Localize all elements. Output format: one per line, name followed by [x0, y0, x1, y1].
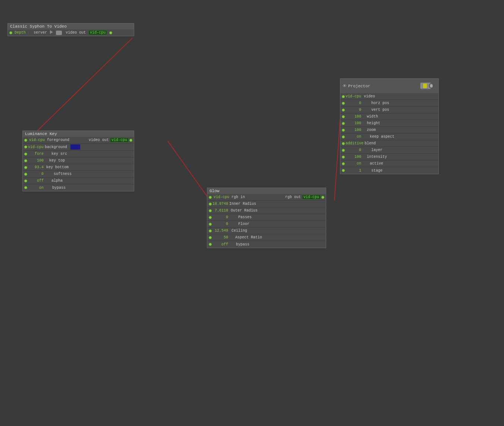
depth-port-dot[interactable] [9, 31, 12, 34]
syphon-out-port[interactable] [109, 31, 112, 34]
proj-vert-value: 0 [346, 108, 362, 112]
syphon-node: Classic Syphon To Video Depth :: server … [7, 23, 134, 36]
proj-height-dot[interactable] [342, 122, 345, 125]
camera-icon [56, 31, 62, 35]
glow-bypass-value: off [212, 242, 229, 247]
glow-rgb-out-container: rgb out vid-cpu [285, 195, 324, 200]
proj-stage-label: stage [371, 169, 382, 173]
svg-point-7 [422, 88, 423, 90]
proj-stage-dot[interactable] [342, 169, 345, 172]
server-label: server [34, 31, 47, 35]
glow-inner-radius-label: Inner Radius [229, 202, 256, 206]
glow-ceiling-dot[interactable] [209, 229, 212, 232]
proj-active-dot[interactable] [342, 162, 345, 165]
proj-blend-dot[interactable] [342, 142, 345, 145]
proj-blend-row: additive blend [340, 140, 438, 147]
proj-layer-dot[interactable] [342, 149, 345, 152]
lk-100-1-value: 100 [28, 159, 45, 163]
proj-width-dot[interactable] [342, 115, 345, 118]
proj-keep-aspect-dot[interactable] [342, 135, 345, 138]
play-button[interactable] [50, 30, 53, 35]
glow-vid-cpu-value: vid-cpu [214, 195, 230, 199]
glow-inner-radius-row: 18.9748 Inner Radius [207, 201, 326, 207]
proj-video-label: video [364, 94, 375, 98]
glow-vid-cpu-dot[interactable] [209, 196, 212, 199]
proj-layer-row: 0 layer [340, 147, 438, 154]
lk-on-value: on [28, 186, 45, 190]
glow-passes-dot[interactable] [209, 216, 212, 219]
proj-horz-row: 0 horz pos [340, 100, 438, 107]
lk-softness-row: 0 softness [23, 171, 134, 178]
proj-vert-dot[interactable] [342, 109, 345, 112]
svg-rect-6 [423, 84, 427, 88]
proj-video-row: vid-cpu video [340, 93, 438, 100]
glow-bypass-dot[interactable] [209, 243, 212, 246]
proj-keep-aspect-row: on keep aspect [340, 134, 438, 140]
lk-alpha-label: alpha [51, 179, 63, 183]
proj-active-row: on active [340, 160, 438, 167]
proj-vid-cpu-dot[interactable] [342, 95, 345, 98]
lk-off-dot[interactable] [24, 179, 27, 182]
lk-bypass-label: bypass [52, 186, 66, 190]
projector-title-bar: 👁 Projector [340, 79, 438, 93]
glow-title: Glow [207, 188, 326, 194]
syphon-row: Depth :: server video out vid-cpu [8, 29, 134, 36]
proj-height-value: 100 [346, 121, 362, 125]
proj-horz-label: horz pos [371, 101, 389, 105]
proj-zoom-label: zoom [367, 128, 376, 132]
proj-active-label: active [370, 162, 383, 166]
lk-off-value: off [28, 179, 45, 183]
lk-fore-dot[interactable] [24, 153, 27, 156]
glow-outer-radius-dot[interactable] [209, 209, 212, 212]
lk-vid-cpu-1-dot[interactable] [24, 139, 27, 142]
glow-ceiling-row: 12.549 Ceiling [207, 228, 326, 234]
lk-video-out-label: video out [89, 138, 109, 142]
proj-layer-value: 0 [346, 148, 362, 152]
lk-keytop-row: 100 key top [23, 157, 134, 164]
luminance-key-node: Luminance Key vid-cpu foreground video o… [22, 131, 134, 191]
lk-vid-cpu-2-value: vid-cpu [28, 145, 45, 149]
glow-passes-label: Passes [238, 215, 252, 219]
lk-vid-cpu-2-dot[interactable] [24, 145, 27, 148]
lk-100-1-dot[interactable] [24, 159, 27, 162]
proj-horz-dot[interactable] [342, 102, 345, 105]
lk-0-dot[interactable] [24, 173, 27, 176]
lk-934-value: 93.4 [28, 165, 45, 169]
svg-line-0 [27, 38, 132, 141]
proj-height-row: 100 height [340, 120, 438, 127]
lk-video-out-container: video out vid-cpu [89, 138, 132, 142]
separator: :: [27, 31, 32, 35]
lk-934-dot[interactable] [24, 166, 27, 169]
lk-output-row: vid-cpu foreground video out vid-cpu [23, 137, 134, 144]
glow-aspect-ratio-value: 50 [212, 235, 229, 239]
glow-aspect-ratio-dot[interactable] [209, 236, 212, 239]
glow-inner-radius-dot[interactable] [209, 203, 212, 206]
lk-out-port[interactable] [129, 139, 132, 142]
proj-width-value: 100 [346, 115, 362, 119]
svg-point-8 [427, 88, 428, 90]
proj-horz-value: 0 [346, 101, 362, 105]
luminance-key-title: Luminance Key [23, 131, 134, 137]
syphon-title: Classic Syphon To Video [8, 24, 134, 29]
glow-aspect-ratio-row: 50 Aspect Ratio [207, 234, 326, 241]
glow-rgb-out-label: rgb out [285, 195, 301, 199]
proj-intensity-dot[interactable] [342, 156, 345, 159]
glow-passes-row: 0 Passes [207, 214, 326, 221]
lk-keytop-label: key top [49, 159, 65, 163]
lk-keybottom-label: key bottom [46, 165, 69, 169]
glow-floor-dot[interactable] [209, 223, 212, 226]
proj-zoom-dot[interactable] [342, 129, 345, 132]
glow-inner-radius-value: 18.9748 [212, 202, 229, 206]
projector-eye-icon: 👁 [343, 84, 347, 88]
proj-keep-aspect-value: on [346, 135, 362, 139]
lk-vid-cpu-1-value: vid-cpu [29, 138, 46, 142]
glow-out-port[interactable] [321, 196, 324, 199]
syphon-vid-cpu-value[interactable]: vid-cpu [88, 30, 107, 35]
lk-vid-cpu-out[interactable]: vid-cpu [110, 138, 129, 142]
proj-width-label: width [367, 115, 378, 119]
glow-vid-cpu-out[interactable]: vid-cpu [302, 195, 321, 200]
svg-point-5 [430, 84, 433, 88]
lk-on-dot[interactable] [24, 186, 27, 189]
proj-zoom-row: 100 zoom [340, 127, 438, 134]
lk-fore-value: fore [28, 152, 45, 156]
